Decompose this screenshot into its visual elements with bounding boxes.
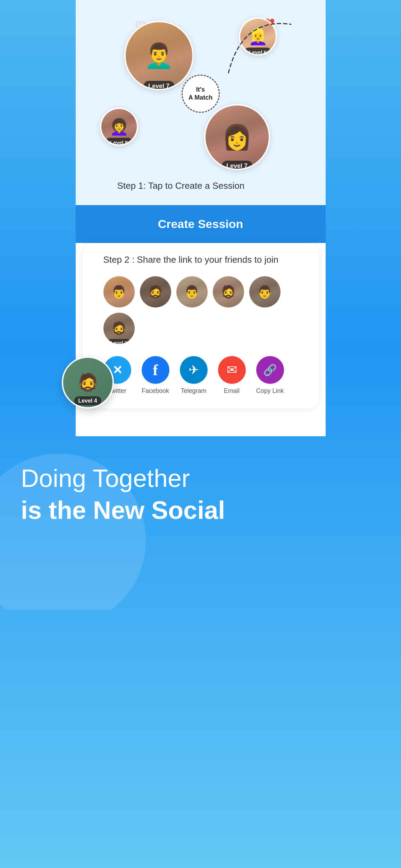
copy-link-icon: 🔗 bbox=[256, 356, 284, 384]
share-options: ✕ Twitter f Facebook ✈ Telegram bbox=[103, 356, 298, 395]
match-badge: It's A Match bbox=[182, 75, 220, 113]
copy-link-label: Copy Link bbox=[256, 387, 284, 395]
bottom-tagline-line2: is the New Social bbox=[21, 496, 380, 524]
friends-row: 👨 🧔 👨 🧔 👨 🧔 Level 3 bbox=[103, 276, 298, 344]
friend-6-level: Level 3 bbox=[107, 339, 131, 344]
telegram-icon: ✈ bbox=[180, 356, 208, 384]
avatar-woman-left: 👩‍🦱 Level 8 bbox=[100, 108, 138, 146]
match-section: ♡ ♥ 👨‍🦱 Level 7 👱‍♀️ Level 6 bbox=[76, 0, 326, 205]
facebook-label: Facebook bbox=[142, 387, 169, 395]
level-badge-man1: Level 7 bbox=[143, 81, 174, 90]
app-content: ♡ ♥ 👨‍🦱 Level 7 👱‍♀️ Level 6 bbox=[76, 0, 326, 436]
avatar-woman-top: 👱‍♀️ Level 6 bbox=[239, 17, 277, 56]
friend-1: 👨 bbox=[103, 276, 135, 307]
phone-mockup: ♡ ♥ 👨‍🦱 Level 7 👱‍♀️ Level 6 bbox=[76, 0, 326, 436]
create-session-button[interactable]: Create Session bbox=[76, 205, 326, 243]
spacer: 🧔 Level 4 bbox=[76, 408, 326, 436]
friend-6: 🧔 Level 3 bbox=[103, 313, 135, 344]
friend-3: 👨 bbox=[176, 276, 208, 307]
step2-section: Step 2 : Share the link to your friends … bbox=[83, 243, 319, 408]
floating-avatar: 🧔 Level 4 bbox=[62, 356, 114, 408]
facebook-icon: f bbox=[142, 356, 169, 384]
bottom-tagline-line1: Doing Together bbox=[21, 464, 380, 492]
avatar-woman-main: 👩 Level 7 bbox=[204, 104, 270, 170]
share-email[interactable]: ✉ Email bbox=[218, 356, 246, 395]
level-badge-bottom-left: Level 8 bbox=[105, 138, 133, 146]
friend-5: 👨 bbox=[249, 276, 281, 307]
step2-text: Step 2 : Share the link to your friends … bbox=[103, 253, 298, 266]
friend-2: 🧔 bbox=[140, 276, 171, 307]
share-facebook[interactable]: f Facebook bbox=[142, 356, 169, 395]
avatar-man1: 👨‍🦱 Level 7 bbox=[124, 21, 194, 90]
telegram-label: Telegram bbox=[181, 387, 206, 395]
share-copy-link[interactable]: 🔗 Copy Link bbox=[256, 356, 284, 395]
level-badge-top-right: Level 6 bbox=[244, 48, 271, 56]
match-text-line2: A Match bbox=[189, 94, 212, 102]
level-badge-woman1: Level 7 bbox=[222, 161, 252, 170]
bottom-section: Doing Together is the New Social bbox=[0, 436, 401, 610]
email-icon: ✉ bbox=[218, 356, 246, 384]
email-label: Email bbox=[224, 387, 240, 395]
step1-text: Step 1: Tap to Create a Session bbox=[97, 180, 305, 191]
match-text-line1: It's bbox=[196, 86, 205, 94]
avatars-area: 👨‍🦱 Level 7 👱‍♀️ Level 6 👩‍🦱 Level 8 👩 L bbox=[97, 14, 305, 174]
share-telegram[interactable]: ✈ Telegram bbox=[180, 356, 208, 395]
friend-4: 🧔 bbox=[213, 276, 244, 307]
floating-level-badge: Level 4 bbox=[74, 396, 101, 405]
